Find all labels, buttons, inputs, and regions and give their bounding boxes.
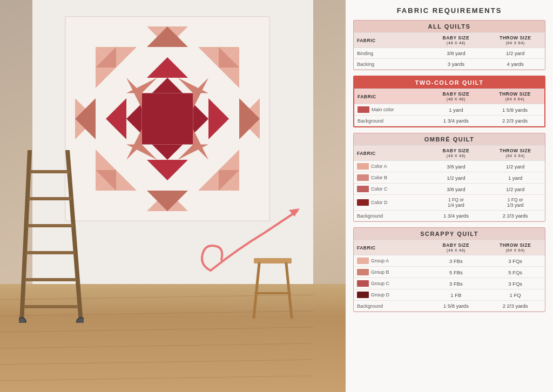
main-title: FABRIC REQUIREMENTS (353, 6, 545, 15)
svg-line-4 (0, 360, 313, 365)
all-quilts-header: ALL QUILTS (354, 21, 545, 32)
th-fabric-tc: FABRIC (354, 89, 427, 104)
th-throw-tc: THROW SIZE (64 X 64) (485, 89, 544, 104)
table-row: Background 1 3/4 yards 2 2/3 yards (354, 211, 545, 221)
scrappy-section: SCRAPPY QUILT FABRIC BABY SIZE (48 X 48)… (353, 227, 545, 312)
ladder-left (19, 150, 84, 323)
two-color-header: TWO-COLOR QUILT (354, 77, 544, 89)
photo-area (0, 0, 346, 392)
th-baby-sc: BABY SIZE (48 X 48) (427, 240, 486, 255)
th-fabric-sc: FABRIC (354, 240, 427, 255)
swatch-color-d (357, 199, 369, 206)
quilt-display (65, 16, 270, 221)
table-row: Background 1 3/4 yards 2 2/3 yards (354, 116, 544, 126)
all-quilts-section: ALL QUILTS FABRIC BABY SIZE (48 X 48) TH… (353, 20, 545, 70)
table-row: Group A 3 FBs 3 FQs (354, 255, 545, 267)
th-throw-all: THROW SIZE (64 X 64) (485, 33, 545, 48)
th-throw-sc: THROW SIZE (64 X 64) (485, 240, 545, 255)
svg-line-5 (0, 376, 313, 381)
th-baby-all: BABY SIZE (48 X 48) (427, 33, 486, 48)
th-fabric-all: FABRIC (354, 33, 427, 48)
swatch-color-a (357, 163, 369, 170)
ombre-header: OMBRÉ QUILT (354, 133, 545, 145)
svg-line-50 (68, 150, 81, 323)
table-row: Binding 3/8 yard 1/2 yard (354, 48, 545, 59)
swatch-group-d (357, 292, 369, 298)
svg-line-49 (22, 150, 30, 323)
table-row: Main color 1 yard 1 5/8 yards (354, 104, 544, 116)
swatch-group-b (357, 269, 369, 275)
fabric-requirements-panel: FABRIC REQUIREMENTS ALL QUILTS FABRIC BA… (346, 0, 553, 392)
photo-background (0, 0, 346, 392)
ombre-table: FABRIC BABY SIZE (48 X 48) THROW SIZE (6… (354, 145, 545, 221)
annotation-arrow (194, 200, 313, 287)
svg-rect-7 (142, 93, 193, 145)
scrappy-table: FABRIC BABY SIZE (48 X 48) THROW SIZE (6… (354, 240, 545, 312)
table-row: Color B 1/2 yard 1 yard (354, 172, 545, 184)
svg-point-57 (19, 317, 26, 323)
ombre-section: OMBRÉ QUILT FABRIC BABY SIZE (48 X 48) T… (353, 133, 545, 222)
svg-line-2 (0, 327, 313, 333)
swatch-color-c (357, 186, 369, 192)
swatch-main-color (358, 106, 369, 113)
swatch-color-b (357, 174, 369, 181)
two-color-table: FABRIC BABY SIZE (48 X 48) THROW SIZE (6… (354, 89, 544, 126)
th-baby-tc: BABY SIZE (48 X 48) (427, 89, 485, 104)
th-fabric-om: FABRIC (354, 146, 427, 161)
th-baby-om: BABY SIZE (48 X 48) (427, 146, 486, 161)
scrappy-header: SCRAPPY QUILT (354, 228, 545, 240)
two-color-section: TWO-COLOR QUILT FABRIC BABY SIZE (48 X 4… (353, 76, 545, 127)
table-row: Color C 3/8 yard 1/2 yard (354, 184, 545, 195)
swatch-group-a (357, 258, 369, 264)
table-row: Color A 3/8 yard 1/2 yard (354, 161, 545, 172)
th-throw-om: THROW SIZE (64 X 64) (485, 146, 545, 161)
table-row: Backing 3 yards 4 yards (354, 59, 545, 70)
table-row: Group B 5 FBs 5 FQs (354, 267, 545, 278)
svg-point-58 (77, 317, 84, 323)
table-row: Background 1 5/8 yards 2 2/3 yards (354, 301, 545, 312)
all-quilts-table: FABRIC BABY SIZE (48 X 48) THROW SIZE (6… (354, 32, 545, 70)
table-row: Group D 1 FB 1 FQ (354, 289, 545, 301)
svg-line-3 (0, 343, 313, 349)
swatch-group-c (357, 280, 369, 287)
table-row: Color D 1 FQ or1/4 yard 1 FQ or1/3 yard (354, 195, 545, 211)
table-row: Group C 3 FBs 3 FQs (354, 278, 545, 289)
